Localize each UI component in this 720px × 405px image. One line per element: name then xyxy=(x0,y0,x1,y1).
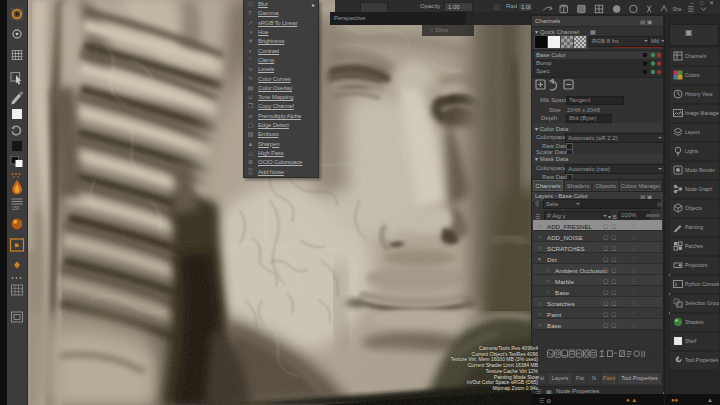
svg-text:150: 150 xyxy=(12,206,20,211)
svg-text:Sha: Sha xyxy=(672,6,681,12)
